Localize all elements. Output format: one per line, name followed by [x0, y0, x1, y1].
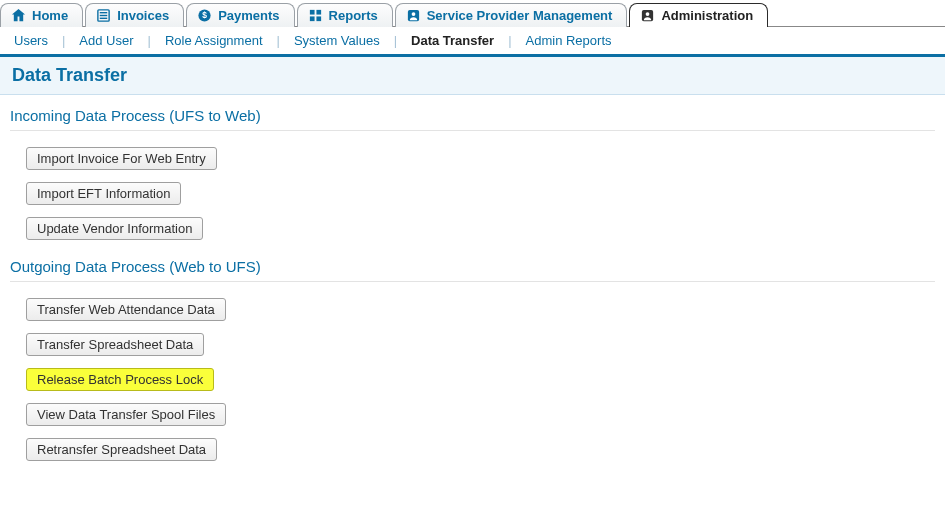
subnav-data-transfer[interactable]: Data Transfer [411, 33, 494, 48]
outgoing-buttons: Transfer Web Attendance Data Transfer Sp… [10, 298, 935, 461]
release-batch-lock-button[interactable]: Release Batch Process Lock [26, 368, 214, 391]
section-heading: Incoming Data Process (UFS to Web) [10, 107, 935, 124]
main-tabs: Home Invoices Payments Reports Service P… [0, 0, 945, 27]
tab-invoices[interactable]: Invoices [85, 3, 184, 27]
tab-reports[interactable]: Reports [297, 3, 393, 27]
subnav-admin-reports[interactable]: Admin Reports [526, 33, 612, 48]
subnav-role-assignment[interactable]: Role Assignment [165, 33, 263, 48]
person-icon [640, 8, 655, 23]
tab-payments[interactable]: Payments [186, 3, 294, 27]
tab-label: Home [32, 8, 68, 23]
view-spool-files-button[interactable]: View Data Transfer Spool Files [26, 403, 226, 426]
tab-home[interactable]: Home [0, 3, 83, 27]
coin-icon [197, 8, 212, 23]
divider [10, 281, 935, 282]
incoming-buttons: Import Invoice For Web Entry Import EFT … [10, 147, 935, 240]
separator: | [277, 33, 280, 48]
transfer-spreadsheet-button[interactable]: Transfer Spreadsheet Data [26, 333, 204, 356]
page-title: Data Transfer [12, 65, 933, 86]
section-heading: Outgoing Data Process (Web to UFS) [10, 258, 935, 275]
tab-label: Invoices [117, 8, 169, 23]
retransfer-spreadsheet-button[interactable]: Retransfer Spreadsheet Data [26, 438, 217, 461]
separator: | [508, 33, 511, 48]
tab-label: Reports [329, 8, 378, 23]
transfer-web-attendance-button[interactable]: Transfer Web Attendance Data [26, 298, 226, 321]
tab-label: Administration [661, 8, 753, 23]
separator: | [148, 33, 151, 48]
import-invoice-button[interactable]: Import Invoice For Web Entry [26, 147, 217, 170]
import-eft-button[interactable]: Import EFT Information [26, 182, 181, 205]
title-bar: Data Transfer [0, 57, 945, 95]
subnav-add-user[interactable]: Add User [79, 33, 133, 48]
tab-service-provider-management[interactable]: Service Provider Management [395, 3, 628, 27]
update-vendor-button[interactable]: Update Vendor Information [26, 217, 203, 240]
admin-subnav: Users | Add User | Role Assignment | Sys… [0, 27, 945, 57]
section-incoming: Incoming Data Process (UFS to Web) Impor… [0, 95, 945, 246]
subnav-system-values[interactable]: System Values [294, 33, 380, 48]
separator: | [394, 33, 397, 48]
subnav-users[interactable]: Users [14, 33, 48, 48]
home-icon [11, 8, 26, 23]
tab-administration[interactable]: Administration [629, 3, 768, 27]
doc-icon [96, 8, 111, 23]
person-icon [406, 8, 421, 23]
tab-label: Service Provider Management [427, 8, 613, 23]
divider [10, 130, 935, 131]
tab-label: Payments [218, 8, 279, 23]
section-outgoing: Outgoing Data Process (Web to UFS) Trans… [0, 246, 945, 467]
separator: | [62, 33, 65, 48]
grid-icon [308, 8, 323, 23]
